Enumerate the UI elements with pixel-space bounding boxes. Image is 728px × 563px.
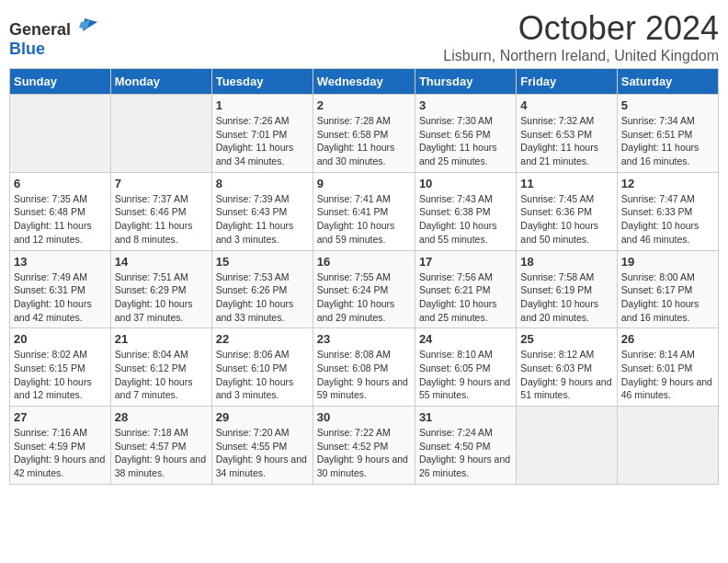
day-info: Sunrise: 7:58 AMSunset: 6:19 PMDaylight:… <box>520 270 612 325</box>
week-row-3: 13Sunrise: 7:49 AMSunset: 6:31 PMDayligh… <box>10 250 719 328</box>
col-header-monday: Monday <box>110 69 211 95</box>
day-number: 30 <box>317 410 411 424</box>
day-number: 15 <box>216 255 309 269</box>
day-cell: 12Sunrise: 7:47 AMSunset: 6:33 PMDayligh… <box>617 172 718 250</box>
day-info: Sunrise: 7:37 AMSunset: 6:46 PMDaylight:… <box>115 192 208 247</box>
logo-blue: Blue <box>9 40 45 58</box>
day-info: Sunrise: 7:39 AMSunset: 6:43 PMDaylight:… <box>216 192 309 247</box>
logo: General Blue <box>9 15 97 59</box>
day-number: 13 <box>14 255 107 269</box>
day-cell: 30Sunrise: 7:22 AMSunset: 4:52 PMDayligh… <box>313 407 415 485</box>
day-number: 27 <box>14 410 107 424</box>
week-row-4: 20Sunrise: 8:02 AMSunset: 6:15 PMDayligh… <box>10 328 719 407</box>
day-cell: 11Sunrise: 7:45 AMSunset: 6:36 PMDayligh… <box>517 172 617 250</box>
col-header-thursday: Thursday <box>415 69 516 95</box>
day-number: 28 <box>115 410 208 424</box>
day-info: Sunrise: 7:41 AMSunset: 6:41 PMDaylight:… <box>317 192 411 247</box>
day-info: Sunrise: 8:08 AMSunset: 6:08 PMDaylight:… <box>317 348 411 402</box>
day-info: Sunrise: 8:00 AMSunset: 6:17 PMDaylight:… <box>621 270 714 325</box>
day-info: Sunrise: 8:04 AMSunset: 6:12 PMDaylight:… <box>115 348 208 402</box>
day-number: 18 <box>520 255 612 269</box>
day-info: Sunrise: 8:10 AMSunset: 6:05 PMDaylight:… <box>419 348 512 402</box>
title-section: October 2024 Lisburn, Northern Ireland, … <box>443 9 719 64</box>
day-info: Sunrise: 7:26 AMSunset: 7:01 PMDaylight:… <box>216 114 309 168</box>
day-cell: 22Sunrise: 8:06 AMSunset: 6:10 PMDayligh… <box>211 328 313 407</box>
day-number: 16 <box>317 255 411 269</box>
day-cell <box>10 95 111 173</box>
day-cell: 1Sunrise: 7:26 AMSunset: 7:01 PMDaylight… <box>211 95 313 173</box>
day-number: 23 <box>317 332 411 346</box>
day-number: 22 <box>216 332 309 346</box>
day-number: 10 <box>419 177 512 190</box>
day-cell: 20Sunrise: 8:02 AMSunset: 6:15 PMDayligh… <box>10 328 111 407</box>
day-info: Sunrise: 7:56 AMSunset: 6:21 PMDaylight:… <box>419 270 512 325</box>
week-row-2: 6Sunrise: 7:35 AMSunset: 6:48 PMDaylight… <box>10 172 719 250</box>
calendar-header-row: SundayMondayTuesdayWednesdayThursdayFrid… <box>10 69 719 95</box>
logo-general: General <box>9 20 71 39</box>
day-info: Sunrise: 8:12 AMSunset: 6:03 PMDaylight:… <box>520 348 612 402</box>
week-row-1: 1Sunrise: 7:26 AMSunset: 7:01 PMDaylight… <box>10 95 719 173</box>
day-info: Sunrise: 7:45 AMSunset: 6:36 PMDaylight:… <box>520 192 612 247</box>
day-info: Sunrise: 7:16 AMSunset: 4:59 PMDaylight:… <box>14 426 107 480</box>
day-info: Sunrise: 7:34 AMSunset: 6:51 PMDaylight:… <box>621 114 714 168</box>
day-number: 3 <box>419 98 512 112</box>
day-cell: 25Sunrise: 8:12 AMSunset: 6:03 PMDayligh… <box>517 328 617 407</box>
col-header-tuesday: Tuesday <box>211 69 313 95</box>
day-cell: 13Sunrise: 7:49 AMSunset: 6:31 PMDayligh… <box>10 250 111 328</box>
day-number: 26 <box>621 332 714 346</box>
day-cell: 16Sunrise: 7:55 AMSunset: 6:24 PMDayligh… <box>313 250 415 328</box>
day-number: 20 <box>14 332 107 346</box>
col-header-saturday: Saturday <box>617 69 718 95</box>
logo-bird-icon <box>77 15 97 35</box>
day-info: Sunrise: 7:49 AMSunset: 6:31 PMDaylight:… <box>14 270 107 325</box>
day-number: 19 <box>621 255 714 269</box>
day-info: Sunrise: 8:06 AMSunset: 6:10 PMDaylight:… <box>216 348 309 402</box>
location: Lisburn, Northern Ireland, United Kingdo… <box>443 48 719 64</box>
day-cell: 8Sunrise: 7:39 AMSunset: 6:43 PMDaylight… <box>211 172 313 250</box>
page-header: General Blue October 2024 Lisburn, North… <box>9 9 719 64</box>
day-cell: 2Sunrise: 7:28 AMSunset: 6:58 PMDaylight… <box>313 95 415 173</box>
day-number: 9 <box>317 177 411 190</box>
day-number: 25 <box>520 332 612 346</box>
calendar-table: SundayMondayTuesdayWednesdayThursdayFrid… <box>9 68 719 485</box>
day-number: 4 <box>520 98 612 112</box>
day-number: 2 <box>317 98 411 112</box>
day-number: 1 <box>216 98 309 112</box>
day-cell: 6Sunrise: 7:35 AMSunset: 6:48 PMDaylight… <box>10 172 111 250</box>
day-number: 31 <box>419 410 512 424</box>
day-cell: 3Sunrise: 7:30 AMSunset: 6:56 PMDaylight… <box>415 95 516 173</box>
day-info: Sunrise: 8:14 AMSunset: 6:01 PMDaylight:… <box>621 348 714 402</box>
day-info: Sunrise: 7:30 AMSunset: 6:56 PMDaylight:… <box>419 114 512 168</box>
day-cell: 9Sunrise: 7:41 AMSunset: 6:41 PMDaylight… <box>313 172 415 250</box>
day-cell: 14Sunrise: 7:51 AMSunset: 6:29 PMDayligh… <box>110 250 211 328</box>
day-cell: 31Sunrise: 7:24 AMSunset: 4:50 PMDayligh… <box>415 407 516 485</box>
day-info: Sunrise: 7:53 AMSunset: 6:26 PMDaylight:… <box>216 270 309 325</box>
day-number: 17 <box>419 255 512 269</box>
day-cell <box>517 407 617 485</box>
day-number: 21 <box>115 332 208 346</box>
day-cell: 27Sunrise: 7:16 AMSunset: 4:59 PMDayligh… <box>10 407 111 485</box>
day-info: Sunrise: 7:24 AMSunset: 4:50 PMDaylight:… <box>419 426 512 480</box>
day-info: Sunrise: 8:02 AMSunset: 6:15 PMDaylight:… <box>14 348 107 402</box>
day-cell: 28Sunrise: 7:18 AMSunset: 4:57 PMDayligh… <box>110 407 211 485</box>
day-cell <box>110 95 211 173</box>
day-info: Sunrise: 7:43 AMSunset: 6:38 PMDaylight:… <box>419 192 512 247</box>
day-info: Sunrise: 7:47 AMSunset: 6:33 PMDaylight:… <box>621 192 714 247</box>
day-cell: 5Sunrise: 7:34 AMSunset: 6:51 PMDaylight… <box>617 95 718 173</box>
day-cell: 19Sunrise: 8:00 AMSunset: 6:17 PMDayligh… <box>617 250 718 328</box>
day-number: 5 <box>621 98 714 112</box>
day-number: 14 <box>115 255 208 269</box>
day-cell: 26Sunrise: 8:14 AMSunset: 6:01 PMDayligh… <box>617 328 718 407</box>
day-number: 12 <box>621 177 714 190</box>
day-info: Sunrise: 7:51 AMSunset: 6:29 PMDaylight:… <box>115 270 208 325</box>
month-title: October 2024 <box>443 9 719 48</box>
day-number: 11 <box>520 177 612 190</box>
logo-text: General Blue <box>9 15 97 59</box>
col-header-wednesday: Wednesday <box>313 69 415 95</box>
week-row-5: 27Sunrise: 7:16 AMSunset: 4:59 PMDayligh… <box>10 407 719 485</box>
day-cell: 4Sunrise: 7:32 AMSunset: 6:53 PMDaylight… <box>517 95 617 173</box>
day-info: Sunrise: 7:28 AMSunset: 6:58 PMDaylight:… <box>317 114 411 168</box>
day-cell: 7Sunrise: 7:37 AMSunset: 6:46 PMDaylight… <box>110 172 211 250</box>
day-number: 24 <box>419 332 512 346</box>
day-info: Sunrise: 7:32 AMSunset: 6:53 PMDaylight:… <box>520 114 612 168</box>
